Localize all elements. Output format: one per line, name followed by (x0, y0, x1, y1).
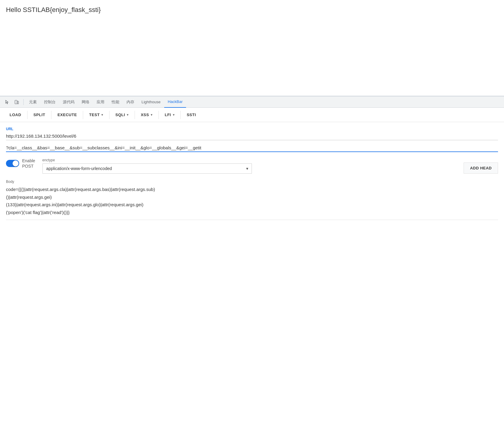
device-icon (14, 100, 19, 104)
add-header-button[interactable]: ADD HEAD (464, 163, 498, 174)
body-line-3: (133)|attr(request.args.ini)|attr(reques… (6, 201, 498, 209)
enctype-label: enctype (42, 158, 457, 162)
xss-dropdown-arrow: ▾ (151, 113, 153, 116)
page-content: Hello SSTILAB{enjoy_flask_ssti} (0, 0, 504, 96)
enctype-section: enctype application/x-www-form-urlencode… (42, 158, 457, 174)
execute-button[interactable]: EXECUTE (53, 108, 82, 122)
lfi-button[interactable]: LFI ▾ (160, 108, 179, 122)
toolbar-divider-5 (135, 111, 135, 119)
enable-post-container: Enable POST (6, 158, 35, 169)
body-line-2: ()|attr(request.args.gei) (6, 193, 498, 201)
tab-network[interactable]: 网络 (78, 96, 93, 108)
query-input[interactable] (6, 144, 498, 152)
tab-elements[interactable]: 元素 (25, 96, 40, 108)
sqli-dropdown-arrow: ▾ (127, 113, 129, 116)
toolbar-divider-6 (159, 111, 159, 119)
toggle-row: Enable POST (6, 158, 35, 169)
tab-console[interactable]: 控制台 (40, 96, 59, 108)
lfi-dropdown-arrow: ▾ (173, 113, 175, 116)
enctype-select[interactable]: application/x-www-form-urlencoded multip… (42, 163, 252, 174)
url-label: URL (6, 127, 498, 131)
body-label: Body (6, 180, 498, 184)
url-input[interactable] (6, 132, 498, 140)
xss-button[interactable]: XSS ▾ (136, 108, 157, 122)
toolbar-divider-7 (180, 111, 181, 119)
post-section: Enable POST enctype application/x-www-fo… (6, 158, 498, 174)
tab-application[interactable]: 应用 (93, 96, 108, 108)
toolbar-divider-3 (83, 111, 83, 119)
svg-rect-1 (17, 101, 19, 104)
toolbar-divider-2 (51, 111, 51, 119)
body-line-4: ('popen')('cat flag')|attr('read')()}} (6, 209, 498, 216)
load-button[interactable]: LOAD (5, 108, 26, 122)
cursor-icon (5, 100, 10, 104)
toolbar-divider-4 (109, 111, 109, 119)
hackbar-content: URL Enable POST enctype application/x-ww… (0, 122, 504, 225)
svg-rect-0 (15, 100, 17, 104)
page-output-text: Hello SSTILAB{enjoy_flask_ssti} (6, 6, 498, 14)
tab-sources[interactable]: 源代码 (59, 96, 78, 108)
devtools-tab-bar: 元素 控制台 源代码 网络 应用 性能 内存 Lighthouse HackBa… (0, 96, 504, 108)
body-line-1: code={{()|attr(request.args.cla)|attr(re… (6, 186, 498, 193)
toggle-knob (13, 160, 19, 166)
tab-performance[interactable]: 性能 (108, 96, 123, 108)
enable-post-toggle[interactable] (6, 160, 19, 167)
devtools-panel: 元素 控制台 源代码 网络 应用 性能 内存 Lighthouse HackBa… (0, 96, 504, 225)
cursor-icon-btn[interactable] (2, 97, 12, 107)
tab-divider (23, 99, 24, 105)
tab-lighthouse[interactable]: Lighthouse (138, 96, 164, 108)
toolbar-divider-1 (27, 111, 28, 119)
test-dropdown-arrow: ▾ (101, 113, 103, 116)
tab-hackbar[interactable]: HackBar (164, 96, 186, 108)
sqli-button[interactable]: SQLI ▾ (111, 108, 133, 122)
url-section: URL (6, 127, 498, 140)
enctype-wrapper: application/x-www-form-urlencoded multip… (42, 163, 252, 174)
split-button[interactable]: SPLIT (29, 108, 50, 122)
body-section: Body code={{()|attr(request.args.cla)|at… (6, 180, 498, 220)
tab-memory[interactable]: 内存 (123, 96, 138, 108)
body-content: code={{()|attr(request.args.cla)|attr(re… (6, 186, 498, 220)
device-toolbar-btn[interactable] (12, 97, 22, 107)
test-button[interactable]: TEST ▾ (84, 108, 108, 122)
hackbar-toolbar: LOAD SPLIT EXECUTE TEST ▾ SQLI ▾ XSS (0, 108, 504, 122)
enable-post-label: Enable POST (22, 158, 35, 169)
ssti-button[interactable]: SSTI (182, 108, 201, 122)
